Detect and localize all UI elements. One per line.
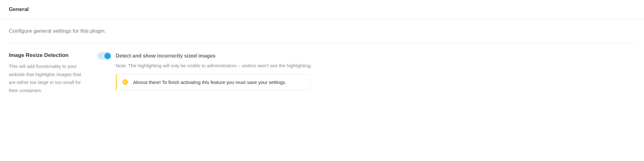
section-title: General bbox=[9, 6, 635, 13]
content-area: Configure general settings for this plug… bbox=[0, 19, 644, 103]
intro-text: Configure general settings for this plug… bbox=[9, 28, 635, 34]
setting-right-col: Detect and show incorrectly sized images… bbox=[97, 52, 635, 94]
info-icon: i bbox=[122, 79, 128, 85]
toggle-label: Detect and show incorrectly sized images bbox=[116, 53, 215, 59]
alert-box: i Almost there! To finish activating thi… bbox=[116, 74, 311, 90]
setting-description: This will add functionality to your webs… bbox=[9, 62, 87, 94]
setting-note: Note: The highlighting will only be visi… bbox=[116, 63, 635, 68]
toggle-row: Detect and show incorrectly sized images bbox=[97, 52, 635, 60]
alert-text: Almost there! To finish activating this … bbox=[133, 80, 286, 85]
info-icon-glyph: i bbox=[125, 80, 125, 85]
setting-title: Image Resize Detection bbox=[9, 52, 87, 58]
image-resize-toggle[interactable] bbox=[97, 52, 111, 60]
setting-left-col: Image Resize Detection This will add fun… bbox=[9, 52, 87, 94]
section-header: General bbox=[0, 0, 644, 19]
setting-row: Image Resize Detection This will add fun… bbox=[9, 43, 635, 94]
toggle-knob bbox=[104, 53, 111, 59]
